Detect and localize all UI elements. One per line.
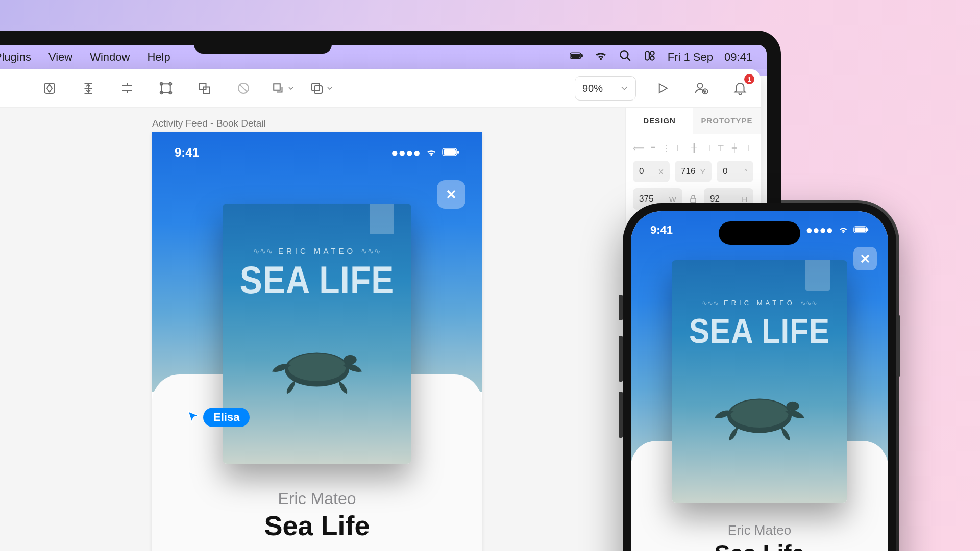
add-person-icon[interactable] [689,76,714,101]
align-right-icon[interactable]: ⋮ [662,141,672,155]
book-cover: ERIC MATEO SEA LIFE [672,260,847,503]
align-center-icon[interactable]: ╫ [689,141,699,155]
alignment-row: ⟸ ≡ ⋮ ⊢ ╫ ⊣ ⊤ ┿ ⊥ [633,141,753,155]
svg-rect-16 [274,84,280,90]
svg-point-25 [288,354,346,382]
battery-icon[interactable] [570,49,583,65]
notifications-icon[interactable]: 1 [728,76,752,101]
zoom-select[interactable]: 90% [575,76,636,101]
rotation-field[interactable]: 0° [717,161,753,182]
dynamic-island [719,221,800,245]
iphone-screen: 9:41 ●●●● ERIC MATEO SEA LIFE Eric Mateo… [631,211,888,551]
status-time: 9:41 [175,145,199,160]
close-button[interactable] [437,180,465,209]
svg-rect-31 [855,228,866,232]
svg-rect-5 [650,51,654,55]
distribute-vert-icon[interactable] [76,76,101,101]
author-label: Eric Mateo [631,522,888,538]
boolean-icon[interactable] [309,76,333,101]
mask-icon[interactable] [231,76,256,101]
menu-item-view[interactable]: View [48,51,72,64]
svg-rect-6 [650,56,654,60]
group-icon[interactable] [154,76,178,101]
canvas[interactable]: Activity Feed - Book Detail 9:41 ●●●● [0,108,625,551]
macos-menubar: pe Arrange Plugins View Window Help Fri … [0,45,767,69]
x-field[interactable]: 0X [633,161,670,182]
align-left-icon[interactable]: ⟸ [633,141,645,155]
align-bottom-icon[interactable]: ⊥ [743,141,753,155]
signal-icon: ●●●● [391,145,421,160]
macbook-notch [194,31,332,54]
svg-point-34 [730,400,788,428]
distribute-horiz-icon[interactable] [115,76,139,101]
battery-icon [442,145,459,160]
device-statusbar: 9:41 ●●●● [152,145,482,160]
menu-item-window[interactable]: Window [90,51,130,64]
app-toolbar: Edited 90% 1 [0,69,761,108]
wifi-icon[interactable] [594,49,607,65]
svg-point-35 [787,402,799,411]
cover-author: ERIC MATEO [223,246,411,256]
notification-badge: 1 [744,74,754,84]
cover-title: SEA LIFE [672,311,847,351]
cover-author: ERIC MATEO [672,299,847,307]
menu-item-plugins[interactable]: Plugins [0,51,31,64]
svg-rect-17 [312,83,320,91]
play-preview-icon[interactable] [650,76,675,101]
book-title-label: Sea Life [631,540,888,551]
align-vcenter-icon[interactable]: ┿ [729,141,740,155]
svg-rect-14 [203,87,210,94]
svg-rect-2 [581,55,582,57]
search-icon[interactable] [619,49,632,65]
phone-vol-down [619,392,623,438]
wifi-icon [426,145,437,160]
control-center-icon[interactable] [643,49,656,65]
svg-rect-4 [645,51,649,60]
toolbar-center [37,76,333,101]
toolbar-right: 90% 1 [575,76,752,101]
tab-design[interactable]: DESIGN [626,108,693,134]
ungroup-icon[interactable] [192,76,217,101]
menubar-date[interactable]: Fri 1 Sep [668,51,713,64]
artboard-label[interactable]: Activity Feed - Book Detail [152,118,266,129]
iphone-frame: 9:41 ●●●● ERIC MATEO SEA LIFE Eric Mateo… [623,203,896,551]
svg-point-26 [344,355,357,365]
phone-mute-switch [619,295,623,320]
svg-rect-23 [457,151,459,154]
y-field[interactable]: 716Y [675,161,712,182]
tab-prototype[interactable]: PROTOTYPE [693,108,761,134]
author-label: Eric Mateo [152,489,482,508]
svg-rect-22 [444,149,456,155]
book-cover: ERIC MATEO SEA LIFE [223,204,411,464]
shape-tool-icon[interactable] [37,76,62,101]
svg-rect-27 [691,198,696,203]
align-left2-icon[interactable]: ⊢ [675,141,685,155]
artboard[interactable]: 9:41 ●●●● ERIC MATEO SE [152,132,482,551]
resize-tool-icon[interactable] [270,76,295,101]
align-hcenter-icon[interactable]: ≡ [648,141,658,155]
menubar-time[interactable]: 09:41 [724,51,752,64]
svg-rect-18 [314,86,322,93]
svg-rect-8 [161,84,170,93]
collaborator-cursor: Elisa [186,408,250,427]
phone-vol-up [619,336,623,382]
turtle-illustration [263,336,371,403]
status-time: 9:41 [650,223,673,237]
bookmark-tab [370,204,394,234]
svg-point-19 [698,83,703,88]
bookmark-tab [805,260,830,291]
phone-side-button [896,315,900,377]
align-top-icon[interactable]: ⊤ [716,141,726,155]
cover-title: SEA LIFE [223,258,411,302]
wifi-icon [838,223,848,237]
align-right2-icon[interactable]: ⊣ [702,141,713,155]
turtle-illustration [706,383,813,449]
svg-rect-13 [200,83,206,90]
close-button[interactable] [853,247,877,270]
collaborator-name: Elisa [203,408,250,427]
battery-icon [853,223,869,237]
menu-item-help[interactable]: Help [147,51,170,64]
signal-icon: ●●●● [806,223,833,237]
book-title-label: Sea Life [152,510,482,541]
svg-rect-1 [571,54,579,58]
